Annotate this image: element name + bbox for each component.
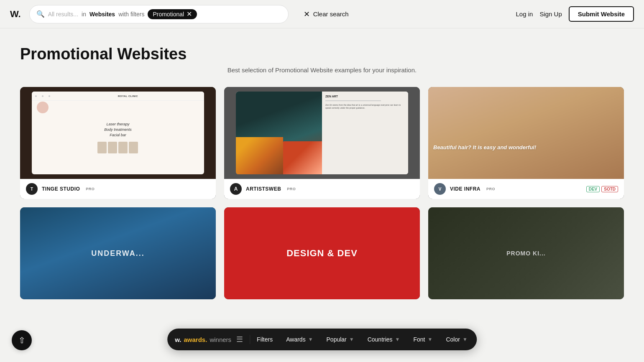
clear-search-label: Clear search <box>313 10 349 18</box>
mock-body-1: Laser therapy Body treatments Facial bar <box>32 101 204 174</box>
w-brand-label: w. <box>175 336 181 343</box>
in-label: in <box>82 11 86 18</box>
zen-brand-text: ZEN ART <box>325 95 405 98</box>
filter-item-countries[interactable]: Countries ▼ <box>361 329 407 350</box>
awards-chevron-icon: ▼ <box>308 337 313 342</box>
filter-item-font[interactable]: Font ▼ <box>407 329 440 350</box>
card-vide-infra[interactable]: Beautiful hair? It is easy and wonderful… <box>428 87 624 199</box>
awards-brand: w. awards. winners ☰ <box>170 335 250 344</box>
zen-description: Zen Art stems from the idea that art is … <box>325 104 405 110</box>
countries-chevron-icon: ▼ <box>395 337 400 342</box>
popular-chevron-icon: ▼ <box>349 337 354 342</box>
header-right: Log in Sign Up Submit Website <box>516 6 634 22</box>
promo-text: PROMO KI... <box>506 250 545 257</box>
underwater-mockup: UNDERWA... <box>20 207 216 299</box>
card-tinge-studio[interactable]: ROYAL CLINIC Laser therapy Body treatmen… <box>20 87 216 199</box>
vide-background <box>428 87 624 179</box>
color-chevron-icon: ▼ <box>463 337 468 342</box>
mock-product-row <box>97 142 138 153</box>
popular-label: Popular <box>327 336 347 343</box>
zen-right-panel: ZEN ART Zen Art stems from the idea that… <box>322 92 408 174</box>
card-name-1: TINGE STUDIO <box>42 186 80 192</box>
card-promo[interactable]: PROMO KI... <box>428 207 624 299</box>
in-websites-label: Websites <box>89 11 115 18</box>
mock-hero-3: Facial bar <box>110 133 126 137</box>
awards-label: Awards <box>286 336 305 343</box>
mock-circle-1 <box>37 102 49 113</box>
filter-tag-close-icon[interactable]: ✕ <box>187 11 192 18</box>
card-mockup-1: ROYAL CLINIC Laser therapy Body treatmen… <box>32 92 204 174</box>
filter-item-awards[interactable]: Awards ▼ <box>279 329 319 350</box>
winners-word-label: winners <box>210 336 231 343</box>
pro-badge-1: PRO <box>86 187 95 191</box>
design-text: DESIGN & DEV <box>286 248 358 258</box>
signup-button[interactable]: Sign Up <box>539 10 562 18</box>
pro-badge-3: PRO <box>486 187 495 191</box>
card-thumbnail-1: ROYAL CLINIC Laser therapy Body treatmen… <box>20 87 216 179</box>
card-footer-1: T TINGE STUDIO PRO <box>20 179 216 199</box>
card-thumbnail-2: ZEN ART Zen Art stems from the idea that… <box>224 87 420 179</box>
card-thumbnail-6: PROMO KI... <box>428 207 624 299</box>
mock-hero-2: Body treatments <box>104 127 132 132</box>
avatar-artistsweb: A <box>230 183 242 195</box>
filter-tag-promotional: Promotional ✕ <box>148 9 197 19</box>
tag-dev: DEV <box>586 186 600 192</box>
filter-item-filters: Filters <box>250 329 279 350</box>
clear-x-icon: ✕ <box>304 10 310 19</box>
underwater-text: UNDERWA... <box>91 249 145 258</box>
zen-flowers <box>236 137 283 174</box>
card-name-3: Vide Infra <box>450 186 480 192</box>
header: W. 🔍 All results... in Websites with fil… <box>0 0 644 28</box>
color-label: Color <box>446 336 460 343</box>
vide-headline: Beautiful hair? It is easy and wonderful… <box>433 144 619 151</box>
menu-icon[interactable]: ☰ <box>236 335 243 344</box>
mock-logo-1: ROYAL CLINIC <box>118 95 138 97</box>
filter-item-color[interactable]: Color ▼ <box>439 329 474 350</box>
tag-sotd: SOTD <box>601 186 618 192</box>
card-artistsweb[interactable]: ZEN ART Zen Art stems from the idea that… <box>224 87 420 199</box>
promo-mockup: PROMO KI... <box>428 207 624 299</box>
font-chevron-icon: ▼ <box>428 337 433 342</box>
scroll-to-top-button[interactable]: ⇧ <box>12 330 32 350</box>
filter-bar: w. awards. winners ☰ Filters Awards ▼ Po… <box>167 329 477 350</box>
card-mockup-2: ZEN ART Zen Art stems from the idea that… <box>236 92 408 174</box>
card-name-2: Artistsweb <box>246 186 281 192</box>
vide-text-overlay: Beautiful hair? It is easy and wonderful… <box>433 144 619 151</box>
filters-label: Filters <box>257 336 273 343</box>
zen-divider <box>325 100 381 101</box>
page-title: Promotional Websites <box>20 45 624 63</box>
font-label: Font <box>414 336 425 343</box>
card-footer-3: V Vide Infra PRO DEV SOTD <box>428 179 624 199</box>
avatar-vide: V <box>434 183 446 195</box>
search-icon: 🔍 <box>36 10 45 18</box>
zen-left-panel <box>236 92 322 174</box>
card-tags-3: DEV SOTD <box>586 186 618 192</box>
card-thumbnail-4: UNDERWA... <box>20 207 216 299</box>
awards-word-label: awards. <box>184 336 207 343</box>
submit-website-button[interactable]: Submit Website <box>569 6 634 22</box>
card-design-dev[interactable]: DESIGN & DEV <box>224 207 420 299</box>
logo: W. <box>10 9 21 20</box>
mock-hero-1: Laser therapy <box>106 122 129 126</box>
pro-badge-2: PRO <box>287 187 296 191</box>
countries-label: Countries <box>368 336 393 343</box>
filter-tag-label: Promotional <box>153 11 184 18</box>
clear-search-button[interactable]: ✕ Clear search <box>299 7 354 21</box>
card-thumbnail-3: Beautiful hair? It is easy and wonderful… <box>428 87 624 179</box>
filter-item-popular[interactable]: Popular ▼ <box>320 329 361 350</box>
cards-grid: ROYAL CLINIC Laser therapy Body treatmen… <box>20 87 624 299</box>
with-filters-label: with filters <box>118 11 144 18</box>
login-button[interactable]: Log in <box>516 10 533 18</box>
card-thumbnail-5: DESIGN & DEV <box>224 207 420 299</box>
design-mockup: DESIGN & DEV <box>224 207 420 299</box>
main-content: Promotional Websites Best selection of P… <box>0 28 644 299</box>
mock-nav-1: ROYAL CLINIC <box>32 92 204 101</box>
search-bar[interactable]: 🔍 All results... in Websites with filter… <box>29 5 289 23</box>
card-underwater[interactable]: UNDERWA... <box>20 207 216 299</box>
card-footer-2: A Artistsweb PRO <box>224 179 420 199</box>
page-subtitle: Best selection of Promotional Website ex… <box>20 66 624 74</box>
arrow-up-icon: ⇧ <box>18 335 26 345</box>
search-placeholder: All results... <box>48 11 78 18</box>
avatar-tinge: T <box>26 183 38 195</box>
zen-bottom-img <box>283 141 322 174</box>
